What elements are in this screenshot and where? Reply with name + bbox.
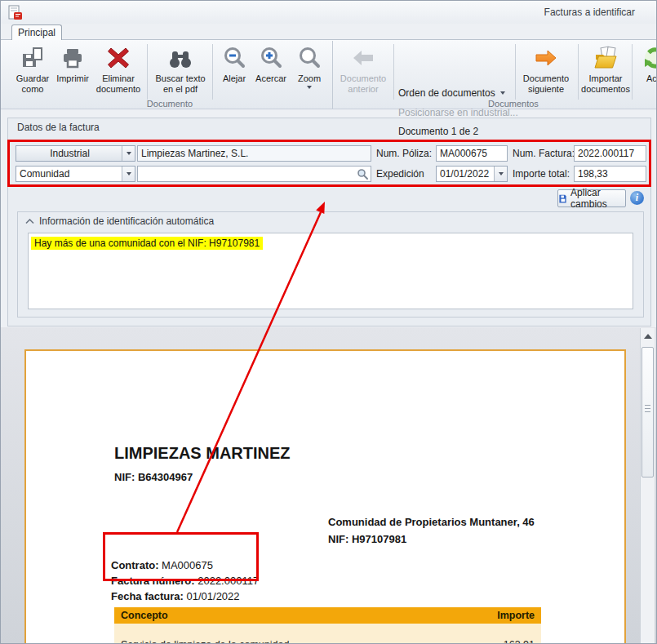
separator — [393, 44, 394, 100]
zoom-icon — [296, 45, 322, 71]
industrial-name-field[interactable]: Limpiezas Martinez, S.L. — [137, 145, 371, 162]
zoom-in-icon — [258, 45, 284, 71]
order-documents-menu[interactable]: Orden de documentos — [398, 87, 529, 100]
invoice-lines-table: Concepto Importe Servicio de limpieza de… — [114, 607, 541, 644]
collapse-chevron-icon[interactable] — [25, 219, 34, 224]
position-industrial-label: Posicionarse en industrial... — [398, 107, 518, 118]
import-documents-button[interactable]: Importar documentos — [581, 42, 630, 106]
group-label-documento: Documento — [115, 99, 224, 109]
contract-line: Contrato: MA000675 — [111, 557, 259, 573]
expedicion-label: Expedición — [376, 168, 424, 180]
printer-icon — [60, 45, 86, 71]
group-label-documentos: Documentos — [458, 99, 569, 109]
table-header-importe: Importe — [497, 610, 535, 621]
separator — [212, 44, 213, 100]
app-window: Facturas a identificar Principal Guardar… — [0, 0, 657, 644]
table-header-row: Concepto Importe — [114, 607, 541, 624]
search-pdf-button[interactable]: Buscar texto en el pdf — [151, 42, 210, 106]
pdf-document-icon — [7, 5, 23, 20]
expedicion-combo-arrow[interactable] — [494, 167, 507, 181]
tab-principal[interactable]: Principal — [11, 24, 62, 40]
delete-document-button[interactable]: Eliminar documento — [92, 42, 144, 106]
refresh-icon — [642, 45, 657, 71]
contract-value: MA000675 — [159, 559, 214, 571]
auto-identification-title: Información de identificación automática — [39, 215, 214, 227]
save-as-label: Guardar como — [11, 73, 55, 95]
industrial-combo-arrow[interactable] — [122, 146, 135, 161]
invoice-company-name: LIMPIEZAS MARTINEZ — [114, 444, 291, 463]
industrial-type-value: Industrial — [20, 148, 120, 160]
separator — [578, 44, 579, 100]
separator — [632, 44, 633, 100]
search-pdf-label: Buscar texto en el pdf — [151, 73, 210, 95]
invoice-reference-block: Contrato: MA000675 Factura número: 2022.… — [111, 557, 259, 604]
invoice-client-nif: NIF: H97107981 — [328, 531, 535, 548]
invoice-number-label: Factura número: — [111, 575, 195, 587]
invoice-number-value: 2022.000117 — [195, 575, 260, 587]
table-header-concepto: Concepto — [121, 610, 168, 621]
import-folder-icon — [593, 45, 619, 71]
previous-document-button[interactable]: Documento anterior — [336, 42, 390, 106]
document-preview-area: LIMPIEZAS MARTINEZ NIF: B64304967 Comuni… — [1, 327, 657, 644]
document-counter-label: Documento 1 de 2 — [398, 126, 478, 137]
chevron-down-icon — [127, 172, 131, 175]
table-cell-concepto: Servicio de limpieza de la comunidad — [121, 639, 289, 644]
invoice-date-line: Fecha factura: 01/01/2022 — [111, 588, 259, 604]
zoom-menu-button[interactable]: Zoom — [291, 42, 327, 106]
binoculars-icon — [167, 45, 193, 71]
comunidad-combo-arrow[interactable] — [122, 167, 135, 181]
document-counter: Documento 1 de 2 — [398, 125, 529, 138]
group-separator — [332, 41, 333, 109]
save-as-icon — [20, 45, 46, 71]
window-title: Facturas a identificar — [544, 7, 635, 18]
poliza-field[interactable]: MA000675 — [436, 145, 508, 162]
comunidad-search-field[interactable] — [137, 166, 371, 182]
pdf-page: LIMPIEZAS MARTINEZ NIF: B64304967 Comuni… — [24, 349, 626, 644]
tab-strip — [1, 24, 656, 39]
zoom-dropdown-arrow-icon — [307, 86, 312, 89]
comunidad-type-combo[interactable]: Comunidad — [16, 166, 135, 182]
zoom-out-button[interactable]: Alejar — [216, 42, 252, 106]
separator — [515, 44, 516, 100]
refresh-button[interactable]: Actu — [635, 42, 657, 106]
print-label: Imprimir — [56, 73, 89, 84]
arrow-right-icon — [533, 45, 559, 71]
expedicion-date-combo[interactable]: 01/01/2022 — [436, 166, 508, 182]
zoom-out-icon — [221, 45, 247, 71]
zoom-in-label: Acercar — [255, 73, 286, 84]
apply-changes-label: Aplicar cambios — [570, 187, 625, 210]
title-bar: Facturas a identificar — [1, 1, 656, 24]
delete-x-icon — [105, 45, 131, 71]
print-button[interactable]: Imprimir — [55, 42, 91, 106]
expedicion-date-value: 01/01/2022 — [440, 168, 492, 180]
invoice-client-block: Comunidad de Propietarios Muntaner, 46 N… — [328, 513, 535, 548]
invoice-date-value: 01/01/2022 — [184, 590, 240, 602]
previous-document-label: Documento anterior — [336, 73, 390, 95]
apply-changes-button[interactable]: Aplicar cambios — [557, 189, 626, 207]
save-as-button[interactable]: Guardar como — [11, 42, 55, 106]
table-cell-importe: 163,91 — [504, 639, 535, 644]
invoice-number-line: Factura número: 2022.000117 — [111, 573, 259, 588]
separator — [147, 44, 148, 100]
warning-message: Hay más de una comunidad con el NIF: H97… — [31, 237, 263, 250]
poliza-label: Num. Póliza: — [376, 148, 432, 159]
factura-label: Num. Factura: — [513, 148, 575, 159]
order-documents-label: Orden de documentos — [398, 87, 495, 99]
industrial-type-combo[interactable]: Industrial — [16, 145, 135, 162]
next-document-button[interactable]: Documento siguiente — [518, 42, 574, 106]
info-icon[interactable]: i — [630, 191, 644, 205]
search-icon[interactable] — [357, 168, 369, 180]
factura-field[interactable]: 2022.000117 — [574, 145, 646, 162]
scrollbar-up-arrow[interactable] — [644, 334, 652, 339]
auto-identification-messages: Hay más de una comunidad con el NIF: H97… — [28, 233, 633, 309]
zoom-in-button[interactable]: Acercar — [252, 42, 290, 106]
invoice-company-nif: NIF: B64304967 — [114, 471, 193, 483]
chevron-down-icon — [127, 152, 131, 155]
comunidad-type-value: Comunidad — [20, 168, 120, 180]
contract-label: Contrato: — [111, 559, 159, 571]
import-documents-label: Importar documentos — [581, 73, 630, 95]
scrollbar-thumb-grip — [645, 405, 650, 413]
importe-field[interactable]: 198,33 — [574, 166, 646, 182]
zoom-out-label: Alejar — [223, 73, 246, 84]
delete-document-label: Eliminar documento — [92, 73, 144, 95]
